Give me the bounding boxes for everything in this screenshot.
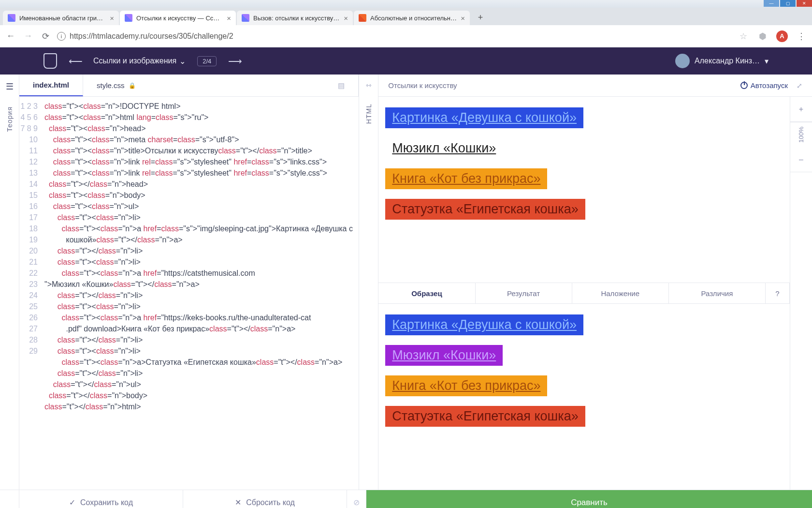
save-label: Сохранить код: [80, 498, 133, 507]
hint-icon[interactable]: ⊘: [347, 490, 366, 508]
new-tab-button[interactable]: +: [474, 11, 487, 24]
sample-link: Картинка «Девушка с кошкой»: [385, 314, 583, 335]
preview-link[interactable]: Статуэтка «Египетская кошка»: [385, 199, 585, 220]
close-icon[interactable]: ×: [227, 14, 231, 22]
browser-tab-strip: Именованные области грида: с × Отсылки к…: [0, 8, 812, 25]
splitter-rail[interactable]: ⇿ HTML: [359, 75, 378, 490]
expand-icon[interactable]: ⤢: [797, 82, 802, 90]
zoom-level[interactable]: 100%: [790, 122, 812, 147]
autorun-toggle[interactable]: Автозапуск: [740, 81, 788, 90]
favicon-icon: [242, 14, 249, 22]
file-tab-label: style.css: [97, 81, 125, 90]
window-titlebar: — ▢ ✕: [0, 0, 812, 8]
check-icon: ✓: [69, 498, 75, 507]
site-info-icon[interactable]: i: [57, 32, 66, 41]
browser-tab[interactable]: Отсылки к искусству — Ссылки ×: [120, 11, 236, 25]
theory-tab[interactable]: Теория: [6, 106, 14, 132]
url-text: https://htmlacademy.ru/courses/305/chall…: [70, 32, 233, 41]
close-icon[interactable]: ×: [461, 14, 465, 22]
star-icon[interactable]: ☆: [738, 31, 749, 42]
file-tab-style[interactable]: style.css 🔒 ▤: [83, 75, 359, 96]
lesson-pager[interactable]: 2/4: [197, 56, 217, 66]
tab-title: Вызов: отсылки к искусству - К: [253, 15, 340, 22]
file-tab-label: index.html: [33, 81, 69, 89]
left-rail: ☰ Теория: [0, 75, 19, 490]
browser-tab[interactable]: Именованные области грида: с ×: [3, 11, 119, 25]
code-editor[interactable]: 1 2 3 4 5 6 7 8 9 10 11 12 13 14 15 16 1…: [19, 97, 359, 490]
code-content[interactable]: class="t"><class="n">!DOCTYPE html> clas…: [43, 97, 359, 490]
preview-link[interactable]: Книга «Кот без прикрас»: [385, 168, 547, 189]
prev-lesson-arrow[interactable]: ⟵: [69, 55, 82, 67]
action-bar: ✓ Сохранить код ✕ Сбросить код ⊘ Сравнит…: [0, 490, 812, 508]
favicon-icon: [359, 14, 366, 22]
reset-label: Сбросить код: [246, 498, 295, 507]
preview-pane: Отсылки к искусству Автозапуск ⤢ Картинк…: [378, 75, 812, 490]
user-menu[interactable]: Александр Кинз… ▾: [675, 54, 768, 68]
compare-tabs: Образец Результат Наложение Различия ?: [378, 283, 790, 304]
nav-back-icon[interactable]: ←: [5, 31, 16, 41]
user-name: Александр Кинз…: [695, 57, 760, 65]
workspace: ☰ Теория index.html style.css 🔒 ▤ 1 2 3 …: [0, 75, 812, 490]
favicon-icon: [8, 14, 15, 22]
tab-diff[interactable]: Различия: [669, 283, 766, 303]
html-view-tab[interactable]: HTML: [365, 104, 373, 124]
sample-link: Мюзикл «Кошки»: [385, 345, 503, 366]
avatar-icon: [675, 54, 690, 68]
preview-title: Отсылки к искусству: [388, 81, 731, 90]
file-tab-index[interactable]: index.html: [19, 75, 83, 96]
browser-tab[interactable]: Абсолютные и относительные ×: [354, 11, 470, 25]
browser-tab[interactable]: Вызов: отсылки к искусству - К ×: [237, 11, 353, 25]
favicon-icon: [125, 14, 132, 22]
logo-icon[interactable]: [44, 53, 57, 69]
preview-stage: Картинка «Девушка с кошкой» Мюзикл «Кошк…: [378, 97, 790, 490]
browser-toolbar: ← → ⟳ i https://htmlacademy.ru/courses/3…: [0, 25, 812, 47]
preview-sample: Картинка «Девушка с кошкой» Мюзикл «Кошк…: [378, 304, 790, 490]
chevron-down-icon: ⌄: [179, 57, 186, 66]
close-icon[interactable]: ×: [344, 14, 348, 22]
save-code-button[interactable]: ✓ Сохранить код: [19, 490, 183, 508]
tab-title: Отсылки к искусству — Ссылки: [136, 15, 223, 22]
preview-header: Отсылки к искусству Автозапуск ⤢: [378, 75, 812, 97]
zoom-rail: + 100% –: [790, 97, 812, 490]
close-icon: ✕: [235, 498, 241, 507]
layout-icon[interactable]: ▤: [338, 81, 345, 90]
tab-overlay[interactable]: Наложение: [572, 283, 669, 303]
hamburger-icon[interactable]: ☰: [6, 81, 14, 92]
course-header: ⟵ Ссылки и изображения ⌄ 2/4 ⟶ Александр…: [0, 47, 812, 75]
rail-placeholder: [0, 490, 19, 508]
address-bar[interactable]: i https://htmlacademy.ru/courses/305/cha…: [57, 32, 732, 41]
preview-link[interactable]: Картинка «Девушка с кошкой»: [385, 107, 583, 128]
tab-title: Абсолютные и относительные: [370, 15, 457, 22]
autorun-label: Автозапуск: [751, 81, 788, 90]
course-title-text: Ссылки и изображения: [93, 57, 176, 65]
zoom-in-button[interactable]: +: [790, 97, 812, 122]
sample-link: Книга «Кот без прикрас»: [385, 375, 547, 396]
window-minimize[interactable]: —: [764, 0, 779, 7]
tab-result[interactable]: Результат: [476, 283, 572, 303]
profile-avatar[interactable]: A: [776, 30, 788, 42]
tab-sample[interactable]: Образец: [378, 283, 475, 303]
close-icon[interactable]: ×: [110, 14, 114, 22]
next-lesson-arrow[interactable]: ⟶: [228, 55, 241, 67]
chevron-down-icon: ▾: [765, 57, 768, 66]
nav-forward-icon[interactable]: →: [22, 31, 34, 41]
compare-button[interactable]: Сравнить: [366, 490, 812, 508]
preview-link[interactable]: Мюзикл «Кошки»: [385, 138, 503, 159]
power-icon: [740, 82, 748, 89]
extension-icon[interactable]: ⬢: [757, 31, 768, 42]
drag-handle-icon[interactable]: ⇿: [366, 81, 372, 89]
tab-title: Именованные области грида: с: [19, 15, 106, 22]
course-title-dropdown[interactable]: Ссылки и изображения ⌄: [93, 57, 186, 66]
zoom-out-button[interactable]: –: [790, 147, 812, 172]
preview-result: Картинка «Девушка с кошкой» Мюзикл «Кошк…: [378, 97, 790, 283]
tab-help[interactable]: ?: [766, 283, 790, 303]
editor-pane: index.html style.css 🔒 ▤ 1 2 3 4 5 6 7 8…: [19, 75, 359, 490]
reset-code-button[interactable]: ✕ Сбросить код: [183, 490, 347, 508]
nav-reload-icon[interactable]: ⟳: [40, 31, 51, 42]
sample-link: Статуэтка «Египетская кошка»: [385, 406, 585, 427]
window-maximize[interactable]: ▢: [780, 0, 796, 7]
menu-icon[interactable]: ⋮: [796, 31, 807, 42]
line-gutter: 1 2 3 4 5 6 7 8 9 10 11 12 13 14 15 16 1…: [19, 97, 43, 490]
window-close[interactable]: ✕: [797, 0, 812, 7]
lock-icon: 🔒: [129, 82, 136, 89]
